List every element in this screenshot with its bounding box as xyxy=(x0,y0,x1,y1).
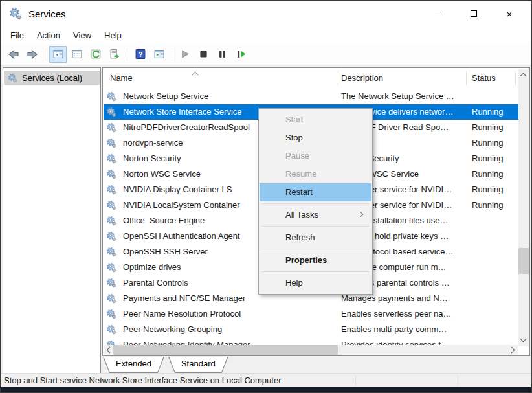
column-separator[interactable] xyxy=(515,71,516,85)
show-console-tree-button[interactable] xyxy=(49,46,67,63)
maximize-button[interactable] xyxy=(459,3,489,24)
service-name: OpenSSH Authentication Agent xyxy=(123,229,240,244)
restart-service-button[interactable] xyxy=(232,46,250,63)
show-action-pane-button[interactable] xyxy=(150,46,168,63)
context-menu-item-resume: Resume xyxy=(260,165,371,183)
vertical-scrollbar-thumb[interactable] xyxy=(518,248,529,274)
service-name: Optimize drives xyxy=(123,260,181,275)
status-bar-separator xyxy=(355,376,356,386)
forward-button[interactable] xyxy=(23,46,41,63)
menu-view[interactable]: View xyxy=(67,28,98,42)
context-menu-item-restart[interactable]: Restart xyxy=(260,183,371,201)
maximize-icon xyxy=(471,10,477,17)
service-gear-icon xyxy=(106,309,116,319)
column-header-status[interactable]: Status xyxy=(472,73,496,83)
back-button[interactable] xyxy=(5,46,22,63)
sidebar-item-services-local[interactable]: Services (Local) xyxy=(4,71,100,85)
service-gear-icon xyxy=(106,324,116,335)
column-separator[interactable] xyxy=(338,71,338,85)
menu-help[interactable]: Help xyxy=(98,28,128,42)
context-menu-separator xyxy=(261,203,370,204)
service-name: Payments and NFC/SE Manager xyxy=(123,291,245,306)
horizontal-scrollbar[interactable] xyxy=(104,345,518,355)
service-description: Enables serverless peer na… xyxy=(341,306,452,322)
close-icon: × xyxy=(507,9,513,19)
column-header-name[interactable]: Name xyxy=(110,73,133,83)
context-menu-item-label: Start xyxy=(285,115,303,124)
context-menu-item-label: All Tasks xyxy=(285,210,318,219)
context-menu-item-label: Refresh xyxy=(285,232,315,242)
service-gear-icon xyxy=(106,278,116,288)
tab-standard[interactable]: Standard xyxy=(168,357,228,373)
service-name: Network Setup Service xyxy=(123,89,208,104)
service-gear-icon xyxy=(106,185,116,195)
menu-file[interactable]: File xyxy=(4,28,30,42)
context-menu-item-all-tasks[interactable]: All Tasks xyxy=(260,206,371,224)
stop-service-button[interactable] xyxy=(195,46,212,63)
action-pane-icon xyxy=(153,49,165,60)
context-menu-item-help[interactable]: Help xyxy=(260,274,371,292)
tab-label: Extended xyxy=(107,357,161,368)
services-window: Services × FileActionViewHelp ? Services… xyxy=(0,0,532,393)
toolbar: ? xyxy=(1,43,531,65)
service-name: nordvpn-service xyxy=(123,135,183,151)
service-gear-icon xyxy=(106,231,116,241)
console-tree-pane: Services (Local) xyxy=(3,67,101,374)
service-row[interactable]: Network Setup ServiceThe Network Setup S… xyxy=(104,89,519,104)
service-gear-icon xyxy=(106,169,116,179)
sidebar-item-label: Services (Local) xyxy=(22,73,82,83)
service-gear-icon xyxy=(106,91,116,102)
service-gear-icon xyxy=(106,247,116,257)
context-menu-item-refresh[interactable]: Refresh xyxy=(260,229,371,247)
properties-button[interactable] xyxy=(68,46,85,63)
export-list-button[interactable] xyxy=(105,46,123,63)
menu-action[interactable]: Action xyxy=(30,28,67,42)
service-status: Running xyxy=(472,135,503,151)
pause-service-button[interactable] xyxy=(214,46,231,63)
service-gear-icon xyxy=(106,200,116,210)
service-row[interactable]: Peer Name Resolution ProtocolEnables ser… xyxy=(104,306,519,322)
properties-icon xyxy=(71,49,83,60)
scroll-right-icon[interactable] xyxy=(509,347,515,354)
context-menu-separator xyxy=(261,271,370,272)
status-bar: Stop and Start service Network Store Int… xyxy=(1,373,531,387)
refresh-button[interactable] xyxy=(87,46,104,63)
help-icon: ? xyxy=(135,49,146,60)
service-status: Running xyxy=(472,166,503,182)
toolbar-separator xyxy=(45,47,45,62)
context-menu-item-start: Start xyxy=(260,111,371,129)
column-separator[interactable] xyxy=(466,71,467,85)
context-menu-item-properties[interactable]: Properties xyxy=(260,251,371,269)
column-header-description[interactable]: Description xyxy=(341,73,383,83)
scroll-up-icon[interactable] xyxy=(520,73,527,80)
service-status: Running xyxy=(472,104,503,120)
context-menu-separator xyxy=(261,226,370,227)
scroll-down-icon[interactable] xyxy=(520,336,527,342)
service-status: Running xyxy=(472,182,503,197)
service-gear-icon xyxy=(106,153,116,164)
minimize-button[interactable] xyxy=(423,3,453,24)
pause-icon xyxy=(217,49,228,60)
window-title: Services xyxy=(28,8,66,19)
tab-extended[interactable]: Extended xyxy=(103,357,164,373)
start-icon xyxy=(179,49,190,60)
context-menu-item-label: Pause xyxy=(285,151,309,161)
close-button[interactable]: × xyxy=(494,3,524,24)
service-name: Norton WSC Service xyxy=(123,166,201,182)
start-service-button[interactable] xyxy=(176,46,194,63)
service-row[interactable]: Peer Networking GroupingEnables multi-pa… xyxy=(104,322,519,337)
context-menu-item-stop[interactable]: Stop xyxy=(260,129,371,147)
service-name: Norton Security xyxy=(123,151,181,166)
service-gear-icon xyxy=(106,107,116,117)
scroll-left-icon[interactable] xyxy=(107,347,113,354)
submenu-arrow-icon xyxy=(358,212,363,217)
tab-label: Standard xyxy=(172,357,225,368)
refresh-icon xyxy=(90,49,102,60)
service-name: OpenSSH SSH Server xyxy=(123,244,208,260)
vertical-scrollbar[interactable] xyxy=(518,69,529,346)
service-gear-icon xyxy=(106,138,116,148)
help-button[interactable]: ? xyxy=(131,46,149,63)
service-description: The Network Setup Service … xyxy=(341,89,454,104)
horizontal-scrollbar-thumb[interactable] xyxy=(113,345,338,355)
service-description: Enables multi-party comm… xyxy=(341,322,447,337)
